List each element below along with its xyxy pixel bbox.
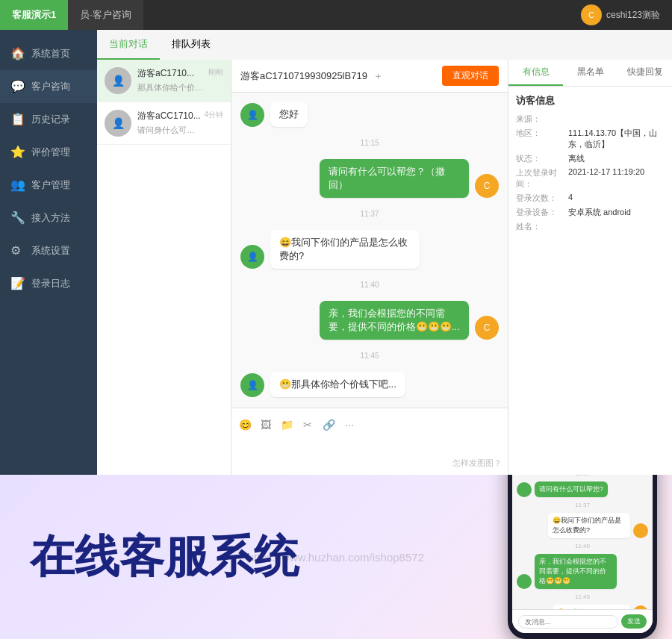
message-time: 11:15 [240,139,499,147]
visitor-row: 姓名： [516,221,665,232]
chat-main: 游客aC1710719930925lB719 ＋ 直观对话 👤 您好 11:15… [231,60,508,475]
ph-time: 11:40 [517,543,648,549]
sidebar-item-consult[interactable]: 💬 客户咨询 [0,70,97,103]
middle-area: 👤 游客aC1710... 那具体你给个价钱下吧 刚刚 👤 游客aCC1710.… [97,60,672,475]
visitor-label: 登录次数： [516,193,568,204]
ph-avatar [517,482,532,497]
conv-preview: 请问身什么可以帮您? [137,125,201,136]
chat-user-id: 游客aC1710719930925lB719 [240,69,367,83]
emoji-icon[interactable]: 😊 [237,417,252,432]
visitor-row: 登录次数： 4 [516,193,665,204]
gear-icon: ⚙ [10,243,25,258]
conv-name: 游客aCC1710... [137,110,201,122]
visitor-label: 地区： [516,128,568,150]
ph-bubble: 请问有什么可以帮您? [535,481,608,497]
visitor-value: 离线 [568,153,665,164]
visitor-value: 安卓系统 android [568,207,665,218]
tab-current-chat[interactable]: 当前对话 [97,30,160,60]
visitor-label: 登录设备： [516,207,568,218]
ph-avatar [517,574,532,589]
chat-title-bar: 游客aC1710719930925lB719 ＋ 直观对话 [231,60,508,93]
visitor-label: 状态： [516,153,568,164]
avatar: C [581,4,602,25]
folder-icon[interactable]: 📁 [279,417,294,432]
ph-bubble: 亲，我们会根据您的不同需要，提供不同的价格😬😬😬 [535,554,617,589]
message-time: 11:37 [240,210,499,218]
conv-name: 游客aC1710... [137,67,205,80]
sidebar-item-label: 历史记录 [31,113,70,126]
history-icon: 📋 [10,112,25,127]
visitor-row: 登录设备： 安卓系统 android [516,207,665,218]
tab-quick-reply[interactable]: 快捷回复 [617,60,672,86]
right-panel: 有信息 黑名单 快捷回复 访客信息 来源： 地区： 111.14.13.70【中… [508,60,672,475]
phone-screen: 11:20 📶 kef.lyaap.com/mobile/index?code=… [512,475,653,633]
user-name: ceshi123测验 [606,9,660,22]
message-bubble: 请问有什么可以帮您？（撤回） [320,159,469,198]
log-icon: 📝 [10,276,25,291]
sidebar-item-customers[interactable]: 👥 客户管理 [0,169,97,202]
tab-info[interactable]: 有信息 [508,60,563,86]
ph-time: 11:15 [517,475,648,477]
sidebar-item-label: 客户管理 [31,178,70,192]
ph-message-row: 请问有什么可以帮您? [517,481,648,497]
phone-input[interactable] [518,615,618,629]
message-bubble: 😄我问下你们的产品是怎么收费的? [270,230,420,269]
tool-icon: 🔧 [10,211,25,225]
sidebar-item-logs[interactable]: 📝 登录日志 [0,267,97,300]
avatar: 👤 [240,103,264,127]
chat-input[interactable] [237,438,502,456]
more-icon[interactable]: ··· [342,417,357,432]
message-bubble: 您好 [270,102,308,127]
tab-blacklist[interactable]: 黑名单 [563,60,617,86]
sidebar-item-settings[interactable]: ⚙ 系统设置 [0,234,97,267]
share-icon[interactable]: 🔗 [321,417,336,432]
chat-toolbar: 😊 🖼 📁 ✂ 🔗 ··· [237,414,502,435]
chat-input-area: 😊 🖼 📁 ✂ 🔗 ··· 怎样发图图？ [231,408,508,475]
sidebar-item-history[interactable]: 📋 历史记录 [0,103,97,136]
sidebar-item-label: 客户咨询 [31,80,70,93]
conv-info: 游客aCC1710... 请问身什么可以帮您? [137,110,201,136]
conv-time: 4分钟 [204,110,223,120]
main-layout: 🏠 系统首页 💬 客户咨询 📋 历史记录 ⭐ 评价管理 👥 客户管理 🔧 接入方… [0,30,672,475]
message-row: C 亲，我们会根据您的不同需要，提供不同的价格😬😬😬... [240,301,499,340]
top-bar-right: C ceshi123测验 [581,4,672,25]
visitor-label: 来源： [516,113,568,125]
sidebar-item-label: 接入方法 [31,211,70,225]
list-item[interactable]: 👤 游客aCC1710... 请问身什么可以帮您? 4分钟 [97,102,231,145]
add-icon[interactable]: ＋ [373,69,383,83]
tab-queue[interactable]: 排队列表 [160,30,223,60]
star-icon: ⭐ [10,145,25,160]
avatar: 👤 [240,245,264,269]
avatar: 👤 [105,67,131,94]
sidebar-item-label: 系统设置 [31,244,70,258]
image-icon[interactable]: 🖼 [258,417,273,432]
visitor-title: 访客信息 [516,94,665,107]
sidebar-item-review[interactable]: ⭐ 评价管理 [0,136,97,169]
list-item[interactable]: 👤 游客aC1710... 那具体你给个价钱下吧 刚刚 [97,60,231,102]
message-row: 👤 您好 [240,102,499,127]
conv-time: 刚刚 [208,67,223,78]
visitor-row: 状态： 离线 [516,153,665,164]
visitor-value: 2021-12-17 11:19:20 [568,167,665,190]
ph-time: 11:45 [517,593,648,600]
ph-avatar [633,523,648,538]
sidebar-item-label: 系统首页 [31,47,70,60]
tab-active[interactable]: 客服演示1 [0,0,68,30]
message-bubble: 亲，我们会根据您的不同需要，提供不同的价格😬😬😬... [320,301,469,340]
phone-send-button[interactable]: 发送 [621,614,647,629]
send-hint: 怎样发图图？ [237,458,502,469]
scissor-icon[interactable]: ✂ [300,417,315,432]
sidebar-item-label: 登录日志 [31,277,70,290]
sidebar-item-home[interactable]: 🏠 系统首页 [0,37,97,70]
message-bubble: 😬那具体你给个价钱下吧... [270,372,405,397]
conv-preview: 那具体你给个价钱下吧 [137,82,205,93]
live-chat-button[interactable]: 直观对话 [442,66,499,86]
ph-message-row: 亲，我们会根据您的不同需要，提供不同的价格😬😬😬 [517,554,648,589]
visitor-label: 姓名： [516,221,568,232]
sidebar-item-access[interactable]: 🔧 接入方法 [0,202,97,234]
sidebar-item-label: 评价管理 [31,146,70,159]
tab-inactive[interactable]: 员·客户咨询 [68,0,143,30]
chat-tabs: 当前对话 排队列表 [97,30,672,60]
right-tabs: 有信息 黑名单 快捷回复 [508,60,672,87]
ph-bubble: 😄我问下你们的产品是怎么收费的? [548,513,630,538]
